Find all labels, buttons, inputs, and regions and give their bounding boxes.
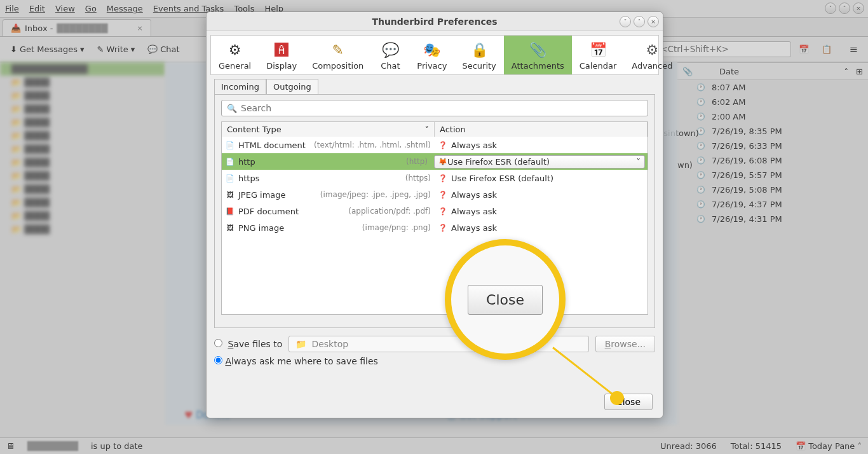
always-ask-radio[interactable]: Always ask me where to save files xyxy=(214,356,378,366)
file-type-icon: 📄 xyxy=(226,174,234,182)
pref-cat-composition[interactable]: Composition xyxy=(304,36,371,74)
pref-cat-chat[interactable]: Chat xyxy=(371,36,409,74)
dialog-close-icon[interactable]: × xyxy=(648,16,659,27)
action-dropdown[interactable]: 🦊Use Firefox ESR (default)˅ xyxy=(434,155,645,169)
callout-dot xyxy=(610,391,624,405)
file-type-icon: 📄 xyxy=(226,157,234,166)
dialog-maximize-icon[interactable]: ˄ xyxy=(634,16,645,27)
calendar-icon xyxy=(587,39,609,60)
chevron-down-icon: ˅ xyxy=(425,125,430,134)
pref-cat-display[interactable]: Display xyxy=(259,36,304,74)
content-type-row[interactable]: 📄HTML document(text/html: .htm, .html, .… xyxy=(222,137,648,153)
folder-icon: 📁 xyxy=(295,339,306,349)
file-type-icon: 📕 xyxy=(226,207,234,216)
chat-icon xyxy=(379,39,402,60)
chevron-down-icon: ˅ xyxy=(637,157,641,167)
file-type-icon: 📄 xyxy=(226,141,234,149)
attachments-icon xyxy=(526,39,549,60)
attachment-types-table: 📄HTML document(text/html: .htm, .html, .… xyxy=(221,137,648,315)
callout-close-button: Close xyxy=(468,285,543,315)
pref-cat-attachments[interactable]: Attachments xyxy=(504,36,572,74)
content-type-row[interactable]: 📕PDF document(application/pdf: .pdf)❓Alw… xyxy=(222,203,648,219)
save-files-radio[interactable]: SSave files toave files to xyxy=(214,339,282,349)
content-type-row[interactable]: 📄http(http)🦊Use Firefox ESR (default)˅ xyxy=(222,153,648,170)
general-icon xyxy=(224,39,247,60)
tutorial-callout: Close xyxy=(445,239,566,360)
dialog-minimize-icon[interactable]: ˅ xyxy=(620,16,631,27)
subtab-outgoing[interactable]: Outgoing xyxy=(266,79,318,94)
pref-cat-advanced[interactable]: Advanced xyxy=(624,36,680,74)
dialog-titlebar: Thunderbird Preferences ˅ ˄ × xyxy=(207,12,663,31)
content-type-row[interactable]: 📄https(https)❓Use Firefox ESR (default) xyxy=(222,170,648,186)
advanced-icon xyxy=(641,39,663,60)
composition-icon xyxy=(327,39,349,60)
attachment-search[interactable]: 🔍 xyxy=(221,100,648,116)
pref-cat-privacy[interactable]: Privacy xyxy=(409,36,454,74)
content-type-header[interactable]: Content Type˅ xyxy=(222,122,435,137)
file-type-icon: 🖼 xyxy=(226,223,234,232)
display-icon xyxy=(270,39,293,60)
privacy-icon xyxy=(421,39,444,60)
subtab-incoming[interactable]: Incoming xyxy=(214,79,266,94)
content-type-row[interactable]: 🖼JPEG image(image/jpeg: .jpe, .jpeg, .jp… xyxy=(222,186,648,203)
preference-categories: GeneralDisplayCompositionChatPrivacySecu… xyxy=(210,35,659,75)
search-icon: 🔍 xyxy=(227,104,237,113)
pref-cat-calendar[interactable]: Calendar xyxy=(572,36,624,74)
pref-cat-general[interactable]: General xyxy=(211,36,259,74)
browse-button[interactable]: Browse... xyxy=(595,336,655,352)
action-header[interactable]: Action xyxy=(435,122,648,137)
dialog-title: Thunderbird Preferences xyxy=(372,17,497,27)
file-type-icon: 🖼 xyxy=(226,190,234,199)
security-icon xyxy=(468,39,491,60)
pref-cat-security[interactable]: Security xyxy=(454,36,503,74)
preferences-dialog: Thunderbird Preferences ˅ ˄ × GeneralDis… xyxy=(206,11,663,418)
content-type-row[interactable]: 🖼PNG image(image/png: .png)❓Always ask xyxy=(222,219,648,236)
attachment-search-input[interactable] xyxy=(241,103,642,113)
